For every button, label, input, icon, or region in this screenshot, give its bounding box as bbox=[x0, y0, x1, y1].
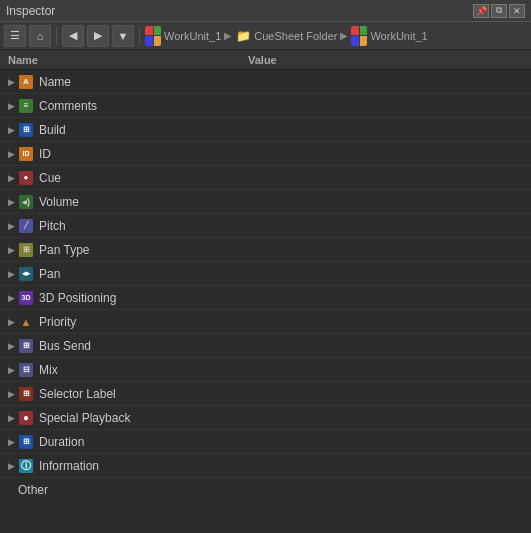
label-cue: Cue bbox=[39, 171, 527, 185]
cue-icon: ● bbox=[18, 170, 34, 186]
information-icon: ⓘ bbox=[18, 458, 34, 474]
label-special: Special Playback bbox=[39, 411, 527, 425]
tree-row-pitch[interactable]: ▶ ∕ Pitch bbox=[0, 214, 531, 238]
tree-row-bussend[interactable]: ▶ ⊞ Bus Send bbox=[0, 334, 531, 358]
special-icon: ● bbox=[18, 410, 34, 426]
breadcrumb-workunit-1-label: WorkUnit_1 bbox=[164, 30, 221, 42]
breadcrumb-sep-2: ▶ bbox=[340, 30, 348, 41]
folder-icon: 📁 bbox=[235, 28, 251, 44]
label-3dpos: 3D Positioning bbox=[39, 291, 527, 305]
tree-row-pantype[interactable]: ▶ ⊞ Pan Type bbox=[0, 238, 531, 262]
title-bar-left: Inspector bbox=[6, 4, 55, 18]
expand-build[interactable]: ▶ bbox=[4, 123, 18, 137]
expand-mix[interactable]: ▶ bbox=[4, 363, 18, 377]
tree-row-information[interactable]: ▶ ⓘ Information bbox=[0, 454, 531, 478]
tree-row-pan[interactable]: ▶ ◂▸ Pan bbox=[0, 262, 531, 286]
label-comments: Comments bbox=[39, 99, 527, 113]
tree-row-duration[interactable]: ▶ ⊞ Duration bbox=[0, 430, 531, 454]
menu-button[interactable]: ☰ bbox=[4, 25, 26, 47]
label-build: Build bbox=[39, 123, 527, 137]
col-header-value: Value bbox=[248, 54, 523, 66]
pitch-icon: ∕ bbox=[18, 218, 34, 234]
duration-icon: ⊞ bbox=[18, 434, 34, 450]
workunit-1-icon bbox=[145, 28, 161, 44]
nav-back-button[interactable]: ◀ bbox=[62, 25, 84, 47]
build-icon: ⊞ bbox=[18, 122, 34, 138]
breadcrumb-workunit-2[interactable]: WorkUnit_1 bbox=[351, 28, 427, 44]
label-volume: Volume bbox=[39, 195, 527, 209]
label-pitch: Pitch bbox=[39, 219, 527, 233]
tree-row-build[interactable]: ▶ ⊞ Build bbox=[0, 118, 531, 142]
comments-icon: ≡ bbox=[18, 98, 34, 114]
tree-row-3dpos[interactable]: ▶ 3D 3D Positioning bbox=[0, 286, 531, 310]
tree-row-name[interactable]: ▶ A Name bbox=[0, 70, 531, 94]
expand-pan[interactable]: ▶ bbox=[4, 267, 18, 281]
expand-priority[interactable]: ▶ bbox=[4, 315, 18, 329]
pantype-icon: ⊞ bbox=[18, 242, 34, 258]
toolbar-sep-1 bbox=[56, 27, 57, 45]
tree-container[interactable]: ▶ A Name ▶ ≡ Comments ▶ ⊞ Build ▶ I bbox=[0, 70, 531, 533]
tree-row-mix[interactable]: ▶ ⊟ Mix bbox=[0, 358, 531, 382]
label-priority: Priority bbox=[39, 315, 527, 329]
tree-row-priority[interactable]: ▶ ▲ Priority bbox=[0, 310, 531, 334]
volume-icon: ◂) bbox=[18, 194, 34, 210]
breadcrumb-cuesheet-folder[interactable]: 📁 CueSheet Folder bbox=[235, 28, 337, 44]
title-bar-right: 📌 ⧉ ✕ bbox=[473, 4, 525, 18]
workunit-2-icon bbox=[351, 28, 367, 44]
label-duration: Duration bbox=[39, 435, 527, 449]
label-bussend: Bus Send bbox=[39, 339, 527, 353]
tree-row-selector[interactable]: ▶ ⊞ Selector Label bbox=[0, 382, 531, 406]
expand-information[interactable]: ▶ bbox=[4, 459, 18, 473]
undock-button[interactable]: ⧉ bbox=[491, 4, 507, 18]
tree-row-volume[interactable]: ▶ ◂) Volume bbox=[0, 190, 531, 214]
expand-duration[interactable]: ▶ bbox=[4, 435, 18, 449]
app-title: Inspector bbox=[6, 4, 55, 18]
label-id: ID bbox=[39, 147, 527, 161]
name-icon: A bbox=[18, 74, 34, 90]
inspector-window: Inspector 📌 ⧉ ✕ ☰ ⌂ ◀ ▶ ▼ bbox=[0, 0, 531, 533]
bussend-icon: ⊞ bbox=[18, 338, 34, 354]
mix-icon: ⊟ bbox=[18, 362, 34, 378]
expand-volume[interactable]: ▶ bbox=[4, 195, 18, 209]
close-button[interactable]: ✕ bbox=[509, 4, 525, 18]
breadcrumb-sep-1: ▶ bbox=[224, 30, 232, 41]
expand-id[interactable]: ▶ bbox=[4, 147, 18, 161]
expand-pitch[interactable]: ▶ bbox=[4, 219, 18, 233]
tree-row-comments[interactable]: ▶ ≡ Comments bbox=[0, 94, 531, 118]
home-button[interactable]: ⌂ bbox=[29, 25, 51, 47]
pin-button[interactable]: 📌 bbox=[473, 4, 489, 18]
expand-comments[interactable]: ▶ bbox=[4, 99, 18, 113]
expand-cue[interactable]: ▶ bbox=[4, 171, 18, 185]
toolbar: ☰ ⌂ ◀ ▶ ▼ WorkUnit_1 ▶ bbox=[0, 22, 531, 50]
toolbar-sep-2 bbox=[139, 27, 140, 45]
selector-icon: ⊞ bbox=[18, 386, 34, 402]
nav-forward-button[interactable]: ▶ bbox=[87, 25, 109, 47]
label-information: Information bbox=[39, 459, 527, 473]
expand-selector[interactable]: ▶ bbox=[4, 387, 18, 401]
col-header-name: Name bbox=[8, 54, 248, 66]
label-pantype: Pan Type bbox=[39, 243, 527, 257]
expand-pantype[interactable]: ▶ bbox=[4, 243, 18, 257]
label-selector: Selector Label bbox=[39, 387, 527, 401]
label-mix: Mix bbox=[39, 363, 527, 377]
label-pan: Pan bbox=[39, 267, 527, 281]
pan-icon: ◂▸ bbox=[18, 266, 34, 282]
expand-name[interactable]: ▶ bbox=[4, 75, 18, 89]
expand-3dpos[interactable]: ▶ bbox=[4, 291, 18, 305]
tree-row-cue[interactable]: ▶ ● Cue bbox=[0, 166, 531, 190]
breadcrumb-workunit-1[interactable]: WorkUnit_1 bbox=[145, 28, 221, 44]
priority-icon: ▲ bbox=[18, 314, 34, 330]
id-icon: ID bbox=[18, 146, 34, 162]
nav-down-button[interactable]: ▼ bbox=[112, 25, 134, 47]
3dpos-icon: 3D bbox=[18, 290, 34, 306]
tree-row-special[interactable]: ▶ ● Special Playback bbox=[0, 406, 531, 430]
breadcrumb-workunit-2-label: WorkUnit_1 bbox=[370, 30, 427, 42]
expand-special[interactable]: ▶ bbox=[4, 411, 18, 425]
tree-row-id[interactable]: ▶ ID ID bbox=[0, 142, 531, 166]
title-bar: Inspector 📌 ⧉ ✕ bbox=[0, 0, 531, 22]
expand-bussend[interactable]: ▶ bbox=[4, 339, 18, 353]
column-header: Name Value bbox=[0, 50, 531, 70]
tree-row-other[interactable]: Other bbox=[0, 478, 531, 502]
label-other: Other bbox=[18, 483, 48, 497]
breadcrumb-folder-label: CueSheet Folder bbox=[254, 30, 337, 42]
